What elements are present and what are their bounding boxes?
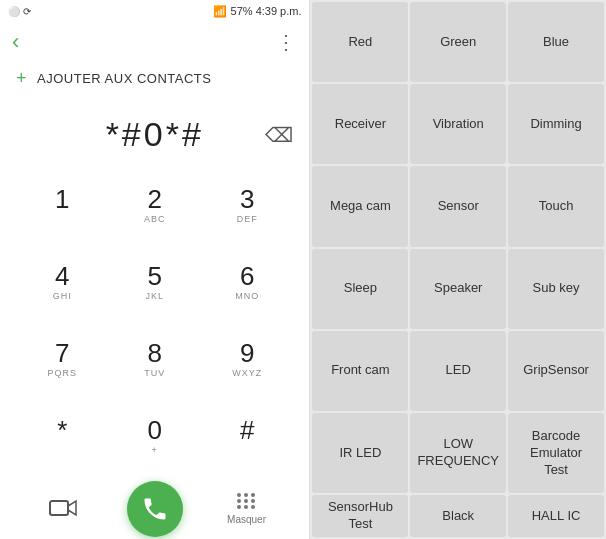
add-contact-label: AJOUTER AUX CONTACTS xyxy=(37,71,211,86)
key-8[interactable]: 8 TUV xyxy=(108,322,201,399)
test-btn-receiver[interactable]: Receiver xyxy=(312,84,408,164)
back-arrow-icon: ‹ xyxy=(12,29,19,54)
key-9[interactable]: 9 WXYZ xyxy=(201,322,293,399)
right-panel: Red Green Blue Receiver Vibration Dimmin… xyxy=(310,0,606,539)
battery-text: 57% xyxy=(231,5,253,17)
test-btn-blue[interactable]: Blue xyxy=(508,2,604,82)
key-star[interactable]: * xyxy=(16,398,108,475)
call-button[interactable] xyxy=(127,481,183,537)
test-btn-grip-sensor[interactable]: GripSensor xyxy=(508,331,604,411)
key-hash[interactable]: # xyxy=(201,398,293,475)
hide-keypad-button[interactable]: Masquer xyxy=(225,487,269,531)
video-call-button[interactable] xyxy=(41,487,85,531)
test-btn-sleep[interactable]: Sleep xyxy=(312,249,408,329)
key-6-sub: MNO xyxy=(235,291,259,303)
test-btn-low-frequency[interactable]: LOWFREQUENCY xyxy=(410,413,506,493)
key-8-sub: TUV xyxy=(144,368,165,380)
status-bar: ⚪ ⟳ 📶 57% 4:39 p.m. xyxy=(0,0,309,22)
key-1[interactable]: 1 xyxy=(16,168,108,245)
key-1-main: 1 xyxy=(55,186,69,212)
key-9-sub: WXYZ xyxy=(232,368,262,380)
key-7[interactable]: 7 PQRS xyxy=(16,322,108,399)
add-icon: + xyxy=(16,68,27,89)
test-btn-green[interactable]: Green xyxy=(410,2,506,82)
signal-icon: 📶 xyxy=(213,5,227,17)
test-btn-mega-cam[interactable]: Mega cam xyxy=(312,166,408,246)
test-btn-front-cam[interactable]: Front cam xyxy=(312,331,408,411)
test-btn-ir-led[interactable]: IR LED xyxy=(312,413,408,493)
key-7-sub: PQRS xyxy=(47,368,77,380)
key-6[interactable]: 6 MNO xyxy=(201,245,293,322)
grid-icon xyxy=(237,493,256,509)
more-dots-icon: ⋮ xyxy=(276,31,297,53)
dialer-number: *#0*# xyxy=(16,115,293,154)
key-7-main: 7 xyxy=(55,340,69,366)
dialer-display: *#0*# ⌫ xyxy=(0,95,309,164)
key-8-main: 8 xyxy=(148,340,162,366)
key-6-main: 6 xyxy=(240,263,254,289)
test-btn-sub-key[interactable]: Sub key xyxy=(508,249,604,329)
test-btn-red[interactable]: Red xyxy=(312,2,408,82)
test-btn-sensorhub[interactable]: SensorHubTest xyxy=(312,495,408,537)
test-btn-dimming[interactable]: Dimming xyxy=(508,84,604,164)
svg-rect-0 xyxy=(50,501,68,515)
masquer-label: Masquer xyxy=(227,514,266,525)
key-2-sub: ABC xyxy=(144,214,166,226)
key-0[interactable]: 0 + xyxy=(108,398,201,475)
back-button[interactable]: ‹ xyxy=(12,29,19,55)
status-icons: ⚪ ⟳ xyxy=(8,6,31,17)
key-3[interactable]: 3 DEF xyxy=(201,168,293,245)
test-btn-barcode-emulator[interactable]: BarcodeEmulatorTest xyxy=(508,413,604,493)
more-options-button[interactable]: ⋮ xyxy=(276,30,297,54)
key-0-main: 0 xyxy=(148,417,162,443)
key-5[interactable]: 5 JKL xyxy=(108,245,201,322)
test-btn-speaker[interactable]: Speaker xyxy=(410,249,506,329)
key-2[interactable]: 2 ABC xyxy=(108,168,201,245)
notification-icons: ⚪ ⟳ xyxy=(8,6,31,17)
test-btn-black[interactable]: Black xyxy=(410,495,506,537)
key-2-main: 2 xyxy=(148,186,162,212)
top-bar: ‹ ⋮ xyxy=(0,22,309,62)
test-btn-hall-ic[interactable]: HALL IC xyxy=(508,495,604,537)
test-btn-vibration[interactable]: Vibration xyxy=(410,84,506,164)
backspace-button[interactable]: ⌫ xyxy=(265,123,293,147)
time-text: 4:39 p.m. xyxy=(256,5,302,17)
bottom-bar: Masquer xyxy=(0,479,309,539)
key-4[interactable]: 4 GHI xyxy=(16,245,108,322)
add-contact-row[interactable]: + AJOUTER AUX CONTACTS xyxy=(0,62,309,95)
key-0-sub: + xyxy=(152,445,158,457)
test-btn-touch[interactable]: Touch xyxy=(508,166,604,246)
status-right: 📶 57% 4:39 p.m. xyxy=(213,5,301,18)
key-4-main: 4 xyxy=(55,263,69,289)
keypad: 1 2 ABC 3 DEF 4 GHI 5 JKL 6 MNO 7 PQRS xyxy=(0,164,309,479)
key-5-sub: JKL xyxy=(145,291,164,303)
test-btn-led[interactable]: LED xyxy=(410,331,506,411)
key-9-main: 9 xyxy=(240,340,254,366)
key-4-sub: GHI xyxy=(53,291,72,303)
key-star-main: * xyxy=(57,417,67,443)
key-3-main: 3 xyxy=(240,186,254,212)
key-5-main: 5 xyxy=(148,263,162,289)
key-3-sub: DEF xyxy=(237,214,258,226)
test-btn-sensor[interactable]: Sensor xyxy=(410,166,506,246)
key-hash-main: # xyxy=(240,417,254,443)
left-panel: ⚪ ⟳ 📶 57% 4:39 p.m. ‹ ⋮ + AJOUTER AUX CO… xyxy=(0,0,309,539)
phone-icon xyxy=(141,495,169,523)
video-icon xyxy=(49,499,77,519)
